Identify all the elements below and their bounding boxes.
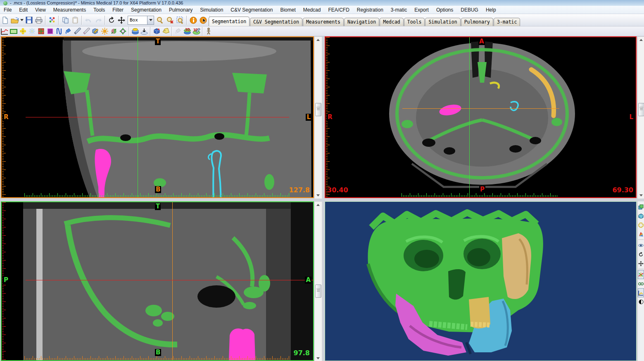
measure-pencil-icon[interactable] xyxy=(82,27,91,36)
viewport-sagittal[interactable]: T P A B 97.8 xyxy=(1,201,314,361)
cad-object-icon[interactable] xyxy=(152,27,161,36)
menu-filter[interactable]: Filter xyxy=(109,6,127,14)
coronal-scrollbar[interactable] xyxy=(314,36,322,199)
sagittal-crosshair-vertical[interactable] xyxy=(172,202,173,360)
menu-medcad[interactable]: Medcad xyxy=(299,6,325,14)
draw-profile-line-icon[interactable] xyxy=(73,27,82,36)
sagittal-scroll-up-icon[interactable] xyxy=(315,202,321,208)
surface-fan-icon[interactable] xyxy=(638,230,644,239)
menu-3matic[interactable]: 3-matic xyxy=(387,6,411,14)
menu-pulmonary[interactable]: Pulmonary xyxy=(165,6,196,14)
tab-tools[interactable]: Tools xyxy=(404,18,425,26)
open-project-icon[interactable] xyxy=(10,15,20,25)
menu-measurements[interactable]: Measurements xyxy=(50,6,90,14)
rotate-3d-icon[interactable] xyxy=(638,250,644,259)
fill-cavity-icon[interactable] xyxy=(64,27,73,36)
clipping-planes-icon[interactable] xyxy=(638,220,644,230)
object-info-icon[interactable] xyxy=(188,15,198,25)
viewport-axial[interactable]: A R L P 30.40 69.30 xyxy=(325,36,637,198)
sagittal-scrollbar[interactable] xyxy=(314,201,322,361)
menu-cv-segmentation[interactable]: C&V Segmentation xyxy=(227,6,276,14)
paste-icon[interactable] xyxy=(70,15,80,25)
region-growing-icon[interactable] xyxy=(18,27,27,36)
sagittal-scroll-thumb[interactable] xyxy=(315,284,321,298)
tab-medcad[interactable]: Medcad xyxy=(380,18,404,26)
undo-icon[interactable] xyxy=(83,15,93,25)
tab-simulation[interactable]: Simulation xyxy=(425,18,460,26)
axial-crosshair-horizontal[interactable] xyxy=(402,108,559,109)
calculate-3d-from-mask-icon[interactable]: 3D xyxy=(183,27,192,36)
axial-crosshair-vertical[interactable] xyxy=(469,37,470,197)
dynamic-region-growing-icon[interactable] xyxy=(27,27,36,36)
edit-3d-icon[interactable]: 3D xyxy=(192,27,201,36)
point-placement-icon[interactable] xyxy=(140,27,149,36)
menu-biomet[interactable]: Biomet xyxy=(276,6,299,14)
unzoom-icon[interactable] xyxy=(165,15,175,25)
visibility-eye-icon[interactable] xyxy=(638,241,644,250)
rotate-view-icon[interactable] xyxy=(107,15,116,25)
crop-project-icon[interactable] xyxy=(9,27,18,36)
tab-3matic[interactable]: 3-matic xyxy=(494,18,520,26)
tab-pulmonary[interactable]: Pulmonary xyxy=(461,18,493,26)
print-icon[interactable] xyxy=(34,15,44,25)
coronal-crosshair-horizontal[interactable] xyxy=(26,117,289,117)
viewport-3d[interactable] xyxy=(325,201,637,361)
menu-registration[interactable]: Registration xyxy=(353,6,387,14)
menu-view[interactable]: View xyxy=(31,6,50,14)
zoom-mode-dropdown-icon[interactable] xyxy=(147,16,154,24)
annotate-tag-icon[interactable] xyxy=(161,27,170,36)
menu-tools[interactable]: Tools xyxy=(90,6,109,14)
project-management-icon[interactable] xyxy=(47,15,57,25)
region-grow-3d-icon[interactable] xyxy=(109,27,118,36)
axes-indicator-icon[interactable] xyxy=(638,270,644,279)
multiple-slice-edit-icon[interactable] xyxy=(55,27,64,36)
menu-debug[interactable]: DEBUG xyxy=(457,6,482,14)
layers-icon[interactable] xyxy=(638,202,644,211)
contrast-invert-icon[interactable] xyxy=(638,297,644,306)
histogram-icon[interactable] xyxy=(638,288,644,297)
morphology-operations-icon[interactable] xyxy=(131,27,140,36)
skull-3d-render[interactable] xyxy=(325,202,636,361)
sagittal-crosshair-horizontal[interactable] xyxy=(26,280,313,280)
context-help-icon[interactable] xyxy=(198,15,208,25)
axial-scrollbar[interactable] xyxy=(637,36,644,199)
edit-masks-icon[interactable] xyxy=(45,27,55,36)
stereo-glasses-icon[interactable] xyxy=(638,279,644,288)
tab-cv-segmentation[interactable]: C&V Segmentation xyxy=(250,18,302,26)
menu-options[interactable]: Options xyxy=(433,6,457,14)
menu-edit[interactable]: Edit xyxy=(15,6,31,14)
calculate-3d-icon[interactable] xyxy=(36,27,45,36)
menu-file[interactable]: File xyxy=(0,6,15,14)
redo-icon[interactable] xyxy=(93,15,103,25)
zoom-in-icon[interactable] xyxy=(155,15,165,25)
zoom-mode-select[interactable]: Box xyxy=(128,16,154,25)
sagittal-ct-image[interactable] xyxy=(2,202,313,360)
menu-export[interactable]: Export xyxy=(411,6,433,14)
new-project-icon[interactable] xyxy=(0,15,10,25)
edit-mask-in-3d-icon[interactable] xyxy=(91,27,100,36)
open-dropdown-icon[interactable] xyxy=(20,15,24,25)
thresholding-icon[interactable] xyxy=(0,27,9,36)
anatomical-reference-icon[interactable] xyxy=(204,27,213,36)
tab-navigation[interactable]: Navigation xyxy=(344,18,379,26)
tab-measurements[interactable]: Measurements xyxy=(303,18,344,26)
coronal-scroll-down-icon[interactable] xyxy=(315,192,321,198)
smart-fill-icon[interactable] xyxy=(100,27,109,36)
menu-fea-cfd[interactable]: FEA/CFD xyxy=(324,6,353,14)
axial-ct-image[interactable] xyxy=(326,37,636,197)
pan-3d-icon[interactable] xyxy=(638,259,644,268)
menu-help[interactable]: Help xyxy=(482,6,500,14)
coronal-scroll-thumb[interactable] xyxy=(315,103,321,116)
copy-icon[interactable] xyxy=(60,15,70,25)
coronal-scroll-up-icon[interactable] xyxy=(315,37,321,43)
pan-icon[interactable] xyxy=(116,15,126,25)
viewport-coronal[interactable]: T R L B 127.8 xyxy=(1,36,314,198)
menu-segmentation[interactable]: Segmentation xyxy=(127,6,165,14)
zoom-region-icon[interactable] xyxy=(175,15,185,25)
fill-disabled-icon[interactable] xyxy=(173,27,183,36)
viewcube-icon[interactable] xyxy=(638,211,644,220)
menu-simulation[interactable]: Simulation xyxy=(196,6,227,14)
tab-segmentation[interactable]: Segmentation xyxy=(209,17,250,26)
save-project-icon[interactable] xyxy=(24,15,34,25)
axial-scroll-thumb[interactable] xyxy=(638,103,644,116)
